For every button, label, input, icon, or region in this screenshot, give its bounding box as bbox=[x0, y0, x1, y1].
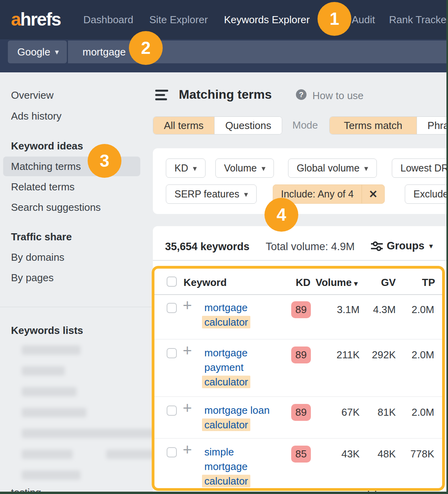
sliders-icon bbox=[371, 241, 383, 251]
volume-value: 67K bbox=[312, 406, 360, 418]
sort-descending-icon bbox=[354, 279, 358, 288]
mode-label: Mode bbox=[292, 119, 318, 131]
lowest-dr-filter-button[interactable]: Lowest DR bbox=[392, 159, 446, 178]
question-mark-icon: ? bbox=[296, 89, 307, 100]
sidebar-item-overview[interactable]: Overview bbox=[11, 89, 53, 101]
row-checkbox[interactable] bbox=[167, 447, 177, 457]
redacted-keyword-list-item[interactable] bbox=[22, 387, 77, 396]
redacted-keyword-list-item[interactable] bbox=[22, 450, 73, 459]
chevron-down-icon bbox=[244, 190, 248, 199]
volume-filter-button[interactable]: Volume bbox=[215, 159, 274, 178]
keyword-link[interactable]: mortgage loan calculator bbox=[204, 403, 295, 432]
gv-value: 4.3M bbox=[363, 304, 396, 316]
exclude-filter-button[interactable]: Exclude bbox=[405, 184, 446, 204]
sidebar-item-testing-list[interactable]: testing bbox=[11, 487, 41, 492]
gv-value: 292K bbox=[363, 349, 396, 361]
redacted-keyword-list-item[interactable] bbox=[22, 470, 81, 480]
sidebar-item-related-terms[interactable]: Related terms bbox=[11, 181, 75, 193]
table-row: + mortgage payment calculator 89 211K 29… bbox=[154, 339, 442, 397]
ahrefs-logo[interactable]: ahrefs bbox=[11, 9, 61, 29]
volume-filter-label: Volume bbox=[224, 162, 257, 174]
nav-item-rank-tracker[interactable]: Rank Tracker bbox=[389, 0, 446, 39]
keyword-line: mortgage bbox=[204, 459, 295, 474]
kd-filter-button[interactable]: KD bbox=[166, 159, 206, 178]
total-volume: Total volume: 4.9M bbox=[266, 241, 355, 253]
sidebar-heading-traffic-share: Traffic share bbox=[11, 231, 72, 243]
redacted-keyword-list-item[interactable] bbox=[22, 366, 65, 376]
tab-phrase-match[interactable]: Phrase match bbox=[417, 117, 446, 134]
add-to-list-icon[interactable]: + bbox=[183, 442, 192, 457]
testing-list-count: 13 bbox=[365, 487, 377, 492]
highlighted-term: calculator bbox=[202, 376, 250, 388]
chevron-down-icon bbox=[429, 241, 433, 251]
keyword-link[interactable]: simple mortgage calculator bbox=[204, 445, 295, 488]
table-row: + simple mortgage calculator 85 43K 48K … bbox=[154, 438, 442, 491]
keyword-table: Keyword KD Volume GV TP + mortgage calcu… bbox=[152, 266, 445, 491]
volume-value: 3.1M bbox=[312, 304, 360, 316]
chevron-down-icon bbox=[364, 164, 368, 173]
sidebar-heading-keywords-lists: Keywords lists bbox=[11, 324, 83, 336]
logo-letter-a: a bbox=[11, 9, 20, 29]
search-engine-selector[interactable]: Google bbox=[8, 41, 67, 63]
collapse-sidebar-icon[interactable] bbox=[155, 90, 169, 100]
nav-item-keywords-explorer[interactable]: Keywords Explorer bbox=[224, 0, 310, 39]
kd-badge: 85 bbox=[291, 446, 311, 463]
nav-item-audit[interactable]: Audit bbox=[352, 0, 375, 39]
sidebar-item-ads-history[interactable]: Ads history bbox=[11, 110, 62, 122]
sidebar-item-matching-terms[interactable]: Matching terms bbox=[11, 160, 81, 172]
select-all-checkbox[interactable] bbox=[167, 276, 177, 287]
keyword-query-value: mortgage bbox=[83, 46, 126, 58]
volume-value: 211K bbox=[312, 349, 360, 361]
row-checkbox[interactable] bbox=[167, 348, 177, 358]
serp-features-filter-label: SERP features bbox=[174, 188, 239, 200]
tp-value: 2.0M bbox=[398, 349, 434, 361]
redacted-keyword-list-item[interactable] bbox=[22, 345, 81, 355]
table-row: + mortgage calculator 89 3.1M 4.3M 2.0M bbox=[154, 294, 442, 339]
sidebar-item-search-suggestions[interactable]: Search suggestions bbox=[11, 201, 101, 213]
column-header-tp[interactable]: TP bbox=[395, 276, 435, 289]
serp-features-filter-button[interactable]: SERP features bbox=[166, 184, 257, 204]
annotation-badge-3: 3 bbox=[88, 144, 121, 178]
nav-item-site-explorer[interactable]: Site Explorer bbox=[149, 0, 208, 39]
row-checkbox[interactable] bbox=[167, 303, 177, 313]
column-header-keyword[interactable]: Keyword bbox=[184, 276, 227, 289]
row-checkbox[interactable] bbox=[167, 406, 177, 416]
tab-questions[interactable]: Questions bbox=[214, 117, 282, 134]
search-bar: Google mortgage bbox=[0, 39, 446, 72]
remove-filter-icon[interactable] bbox=[362, 185, 384, 203]
tp-value: 778K bbox=[398, 448, 434, 460]
sidebar-item-by-pages[interactable]: By pages bbox=[11, 272, 53, 284]
column-header-gv[interactable]: GV bbox=[367, 276, 396, 289]
logo-rest: hrefs bbox=[20, 9, 61, 29]
add-to-list-icon[interactable]: + bbox=[183, 343, 192, 358]
chevron-down-icon bbox=[261, 164, 265, 173]
groups-label: Groups bbox=[387, 240, 424, 252]
sidebar-item-by-domains[interactable]: By domains bbox=[11, 251, 64, 263]
keyword-link[interactable]: mortgage calculator bbox=[204, 300, 295, 330]
nav-item-dashboard[interactable]: Dashboard bbox=[83, 0, 133, 39]
add-to-list-icon[interactable]: + bbox=[183, 297, 192, 313]
tab-all-terms[interactable]: All terms bbox=[153, 117, 214, 134]
how-to-use-link[interactable]: How to use bbox=[312, 90, 364, 102]
tab-terms-match[interactable]: Terms match bbox=[330, 117, 417, 134]
sidebar-heading-keyword-ideas: Keyword ideas bbox=[11, 140, 83, 152]
kd-badge: 89 bbox=[291, 347, 311, 363]
keyword-link[interactable]: mortgage payment calculator bbox=[204, 346, 295, 389]
highlighted-term: calculator bbox=[202, 316, 250, 328]
keyword-query-input[interactable]: mortgage bbox=[68, 41, 446, 63]
groups-dropdown[interactable]: Groups bbox=[371, 240, 433, 252]
kd-badge: 89 bbox=[291, 404, 311, 421]
column-header-volume[interactable]: Volume bbox=[305, 276, 358, 289]
top-navbar: ahrefs Dashboard Site Explorer Keywords … bbox=[0, 0, 446, 39]
chevron-down-icon bbox=[193, 164, 197, 173]
tp-value: 2.0M bbox=[398, 406, 434, 418]
global-volume-filter-button[interactable]: Global volume bbox=[288, 159, 377, 178]
add-to-list-icon[interactable]: + bbox=[183, 400, 192, 416]
terms-tab-group: All terms Questions bbox=[153, 116, 282, 135]
annotation-badge-1: 1 bbox=[318, 2, 351, 36]
redacted-keyword-list-item[interactable] bbox=[22, 408, 86, 417]
keyword-line: payment bbox=[204, 360, 295, 375]
volume-header-label: Volume bbox=[316, 276, 352, 288]
search-engine-label: Google bbox=[17, 46, 50, 58]
table-row: + mortgage loan calculator 89 67K 81K 2.… bbox=[154, 396, 442, 439]
